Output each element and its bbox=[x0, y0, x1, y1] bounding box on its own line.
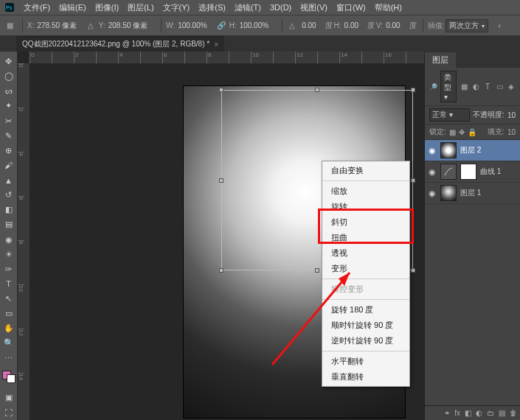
w-field[interactable]: W:100.00% bbox=[166, 21, 209, 29]
tool-brush[interactable]: 🖌 bbox=[1, 158, 16, 172]
mask-thumbnail[interactable] bbox=[460, 164, 476, 180]
filter-adjust-icon[interactable]: ◐ bbox=[471, 83, 480, 91]
handle-mid-right[interactable] bbox=[411, 178, 415, 183]
ctx-flip-h[interactable]: 水平翻转 bbox=[322, 354, 409, 369]
screen-mode-icon[interactable]: ⛶ bbox=[1, 405, 16, 419]
menu-edit[interactable]: 编辑(E) bbox=[55, 2, 91, 13]
layer-row[interactable]: ◉ 曲线 1 bbox=[425, 161, 520, 183]
interp-dropdown[interactable]: 两次立方 ▾ bbox=[446, 19, 488, 32]
menu-image[interactable]: 图像(I) bbox=[91, 2, 123, 13]
canvas[interactable]: 024681012141618 02468101214 ✦ 自由变换 缩放 旋转… bbox=[18, 52, 424, 420]
skew-h-field[interactable]: H:0.00 bbox=[334, 21, 360, 29]
tool-marquee[interactable]: ◯ bbox=[1, 69, 16, 83]
close-tab-icon[interactable]: × bbox=[214, 41, 218, 49]
group-icon[interactable]: 🗀 bbox=[487, 409, 494, 417]
handle-bottom-right[interactable] bbox=[411, 268, 415, 273]
layer-name[interactable]: 图层 2 bbox=[460, 145, 481, 155]
ctx-free-transform[interactable]: 自由变换 bbox=[322, 163, 409, 178]
lock-pixels-icon[interactable]: ▦ bbox=[449, 128, 456, 136]
filter-kind-select[interactable]: 类型 ▾ bbox=[440, 71, 457, 102]
adjustment-thumbnail[interactable] bbox=[440, 164, 457, 180]
blend-mode-select[interactable]: 正常 ▾ bbox=[429, 108, 470, 122]
layer-row[interactable]: ◉ 图层 1 bbox=[425, 183, 520, 204]
tool-more[interactable]: ⋯ bbox=[1, 351, 16, 365]
skew-v-field[interactable]: V:0.00 bbox=[376, 21, 402, 29]
lock-position-icon[interactable]: ✥ bbox=[459, 128, 465, 136]
mask-icon[interactable]: ◧ bbox=[465, 409, 471, 417]
delete-layer-icon[interactable]: 🗑 bbox=[510, 409, 517, 417]
ctx-rotate-ccw[interactable]: 逆时针旋转 90 度 bbox=[322, 333, 409, 349]
fill-value[interactable]: 10 bbox=[507, 128, 516, 136]
ctx-scale[interactable]: 缩放 bbox=[322, 183, 409, 199]
document-tab[interactable]: QQ截图20220412123642.png @ 100% (图层 2, RGB… bbox=[16, 36, 224, 52]
tool-shape[interactable]: ▭ bbox=[1, 307, 16, 321]
handle-top-right[interactable] bbox=[411, 88, 415, 92]
tool-zoom[interactable]: 🔍 bbox=[1, 336, 16, 350]
lock-all-icon[interactable]: 🔒 bbox=[468, 128, 476, 136]
filter-smart-icon[interactable]: ◈ bbox=[507, 83, 516, 91]
filter-kind-icon[interactable]: 🔎 bbox=[429, 83, 437, 91]
reference-point-icon[interactable]: ▦ bbox=[4, 21, 15, 31]
ctx-perspective[interactable]: 透视 bbox=[322, 245, 409, 261]
menu-help[interactable]: 帮助(H) bbox=[370, 2, 406, 13]
menu-view[interactable]: 视图(V) bbox=[296, 2, 332, 13]
handle-bottom-center[interactable] bbox=[315, 268, 319, 273]
tool-type[interactable]: T bbox=[1, 277, 16, 291]
menu-filter[interactable]: 滤镜(T) bbox=[230, 2, 266, 13]
quick-mask-icon[interactable]: ▣ bbox=[1, 391, 16, 405]
filter-pixel-icon[interactable]: ▦ bbox=[460, 83, 468, 91]
handle-top-left[interactable] bbox=[219, 88, 223, 92]
tool-eyedropper[interactable]: ✎ bbox=[1, 129, 16, 143]
color-swatch[interactable] bbox=[2, 371, 15, 383]
tool-stamp[interactable]: ▲ bbox=[1, 173, 16, 187]
filter-shape-icon[interactable]: ▭ bbox=[495, 83, 504, 91]
tool-history-brush[interactable]: ↺ bbox=[1, 188, 16, 202]
tool-wand[interactable]: ✦ bbox=[1, 99, 16, 113]
adjustment-icon[interactable]: ◐ bbox=[476, 409, 482, 417]
y-field[interactable]: Y:208.50 像素 bbox=[99, 21, 149, 31]
link-layers-icon[interactable]: ⚭ bbox=[444, 409, 450, 417]
tool-blur[interactable]: ◉ bbox=[1, 233, 16, 247]
handle-mid-left[interactable] bbox=[219, 178, 223, 183]
opacity-value[interactable]: 10 bbox=[507, 111, 516, 119]
menu-file[interactable]: 文件(F) bbox=[19, 2, 55, 13]
layer-name[interactable]: 曲线 1 bbox=[480, 167, 501, 177]
filter-type-icon[interactable]: T bbox=[483, 83, 492, 91]
menu-layer[interactable]: 图层(L) bbox=[123, 2, 158, 13]
tool-hand[interactable]: ✋ bbox=[1, 321, 16, 335]
warp-mode-icon[interactable]: ⫞ bbox=[494, 21, 505, 31]
visibility-toggle-icon[interactable]: ◉ bbox=[428, 167, 437, 177]
x-field[interactable]: X:278.50 像素 bbox=[27, 21, 78, 31]
new-layer-icon[interactable]: ▤ bbox=[499, 409, 505, 417]
menu-select[interactable]: 选择(S) bbox=[194, 2, 230, 13]
menu-3d[interactable]: 3D(D) bbox=[266, 3, 296, 12]
tool-gradient[interactable]: ▤ bbox=[1, 217, 16, 231]
tool-eraser[interactable]: ◧ bbox=[1, 203, 16, 217]
visibility-toggle-icon[interactable]: ◉ bbox=[428, 146, 437, 155]
tool-move[interactable]: ✥ bbox=[1, 55, 16, 69]
h-field[interactable]: H:100.00% bbox=[229, 21, 270, 29]
ctx-rotate-cw[interactable]: 顺时针旋转 90 度 bbox=[322, 318, 409, 333]
ctx-flip-v[interactable]: 垂直翻转 bbox=[322, 369, 409, 385]
tool-healing[interactable]: ⊕ bbox=[1, 144, 16, 158]
ctx-rotate-180[interactable]: 旋转 180 度 bbox=[322, 302, 409, 318]
angle-field[interactable]: 0.00 bbox=[300, 21, 317, 29]
handle-top-center[interactable] bbox=[315, 88, 319, 92]
layer-thumbnail[interactable] bbox=[440, 142, 457, 158]
tool-path-select[interactable]: ↖ bbox=[1, 292, 16, 306]
panel-tab-layers[interactable]: 图层 bbox=[425, 52, 456, 68]
ctx-warp[interactable]: 变形 bbox=[322, 261, 409, 276]
tool-lasso[interactable]: ᔕ bbox=[1, 84, 16, 98]
menu-window[interactable]: 窗口(W) bbox=[332, 2, 370, 13]
fx-icon[interactable]: fx bbox=[454, 409, 460, 417]
tool-dodge[interactable]: ☀ bbox=[1, 248, 16, 262]
link-icon[interactable]: 🔗 bbox=[216, 21, 226, 31]
menu-type[interactable]: 文字(Y) bbox=[159, 2, 195, 13]
layer-name[interactable]: 图层 1 bbox=[460, 188, 481, 198]
swap-icon[interactable]: △ bbox=[86, 21, 96, 31]
handle-bottom-left[interactable] bbox=[219, 268, 223, 273]
tool-pen[interactable]: ✑ bbox=[1, 262, 16, 276]
tool-crop[interactable]: ✂ bbox=[1, 114, 16, 128]
visibility-toggle-icon[interactable]: ◉ bbox=[428, 189, 437, 198]
layer-row[interactable]: ◉ 图层 2 bbox=[425, 140, 520, 161]
